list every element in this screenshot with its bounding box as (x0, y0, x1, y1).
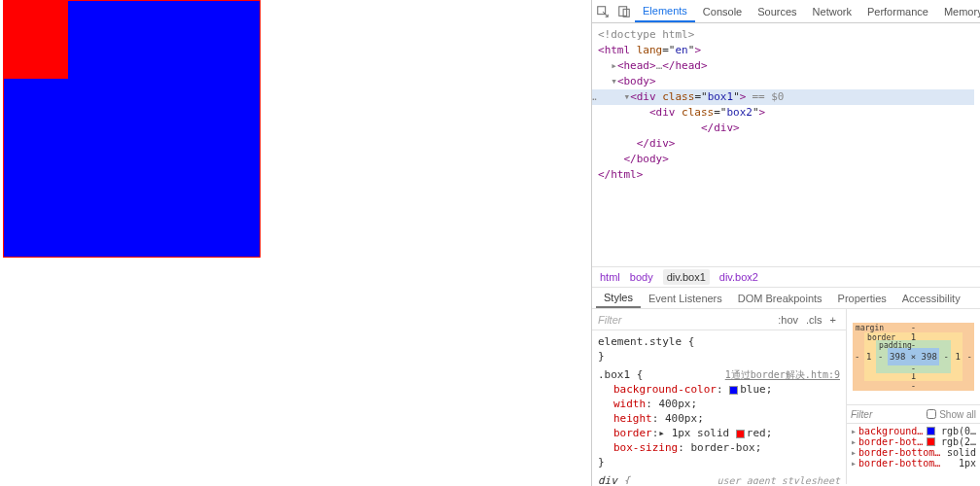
crumb-html[interactable]: html (600, 271, 620, 283)
boxmodel-diagram[interactable]: margin - - - - border 1 1 1 1 padding (847, 309, 980, 404)
computed-filter-input[interactable]: Filter (851, 409, 924, 420)
new-style-rule-button[interactable]: + (826, 314, 840, 326)
tab-sources[interactable]: Sources (750, 2, 804, 21)
subtab-dombreakpoints[interactable]: DOM Breakpoints (730, 290, 830, 307)
rule-element-style[interactable]: element.style (598, 335, 682, 348)
rule-div-selector: div (598, 474, 617, 484)
style-property[interactable]: background-color: blue; (598, 382, 840, 397)
inspect-icon[interactable] (596, 5, 610, 18)
tab-performance[interactable]: Performance (859, 2, 936, 21)
computed-property[interactable]: ▸border-bottom…1px (851, 458, 976, 469)
doctype-node: <!doctype html> (598, 28, 694, 41)
computed-property[interactable]: ▸border-bottom…rgb(2… (851, 436, 976, 447)
devtools-panel: Elements Console Sources Network Perform… (591, 0, 980, 486)
rule-box1-selector[interactable]: .box1 (598, 368, 630, 381)
styles-filter-bar: Filter :hov .cls + (592, 309, 846, 330)
hov-toggle[interactable]: :hov (774, 314, 802, 326)
showall-label: Show all (939, 409, 976, 420)
subtab-styles[interactable]: Styles (596, 289, 641, 308)
breadcrumb-bar: html body div.box1 div.box2 (592, 266, 980, 288)
tab-elements[interactable]: Elements (635, 1, 695, 22)
style-property[interactable]: height: 400px; (598, 411, 840, 426)
page-viewport (0, 0, 591, 486)
bm-margin-label: margin (856, 324, 884, 332)
selected-element-box1[interactable]: ▾<div class="box1">== $0 (592, 89, 974, 105)
tab-memory[interactable]: Memory (936, 2, 980, 21)
styles-filter-input[interactable]: Filter (598, 314, 774, 326)
color-swatch (927, 427, 935, 435)
color-swatch[interactable] (729, 386, 738, 395)
tab-console[interactable]: Console (695, 2, 750, 21)
computed-property[interactable]: ▸border-bottom…solid (851, 447, 976, 458)
subtab-properties[interactable]: Properties (830, 290, 894, 307)
crumb-box1[interactable]: div.box1 (663, 269, 710, 285)
body-tag: body (624, 75, 650, 87)
rule-source-link[interactable]: 1通过border解决.htm:9 (725, 367, 840, 382)
style-property[interactable]: box-sizing: border-box; (598, 440, 840, 455)
rule-ua-label: user agent stylesheet (718, 473, 840, 484)
bm-padding-label: padding (879, 341, 912, 350)
showall-checkbox[interactable] (927, 409, 936, 419)
styles-panel[interactable]: element.style { } 1通过border解决.htm:9 .box… (592, 330, 846, 484)
elements-tree[interactable]: <!doctype html> <html lang="en"> ▸<head>… (592, 23, 980, 266)
head-tag: head (624, 59, 650, 72)
device-toggle-icon[interactable] (617, 5, 631, 18)
devtools-tab-bar: Elements Console Sources Network Perform… (592, 0, 980, 23)
box2-tag: div (656, 106, 676, 119)
subtab-eventlisteners[interactable]: Event Listeners (641, 290, 730, 307)
crumb-box2[interactable]: div.box2 (719, 271, 758, 283)
style-property[interactable]: width: 400px; (598, 397, 840, 411)
html-tag: html (605, 44, 631, 56)
color-swatch (927, 437, 935, 446)
computed-filter-bar: Filter Show all (847, 404, 980, 424)
styles-subtabs: Styles Event Listeners DOM Breakpoints P… (592, 288, 980, 309)
computed-list[interactable]: ▸background-co…rgb(0…▸border-bottom…rgb(… (847, 424, 980, 484)
computed-property[interactable]: ▸background-co…rgb(0… (851, 426, 976, 436)
tab-network[interactable]: Network (805, 2, 859, 21)
crumb-body[interactable]: body (630, 271, 653, 283)
subtab-accessibility[interactable]: Accessibility (894, 290, 968, 307)
color-swatch[interactable] (736, 430, 745, 438)
box2-element (4, 1, 68, 79)
style-property[interactable]: border:▸ 1px solid red; (598, 426, 840, 440)
box1-element (3, 0, 261, 258)
cls-toggle[interactable]: .cls (802, 314, 826, 326)
